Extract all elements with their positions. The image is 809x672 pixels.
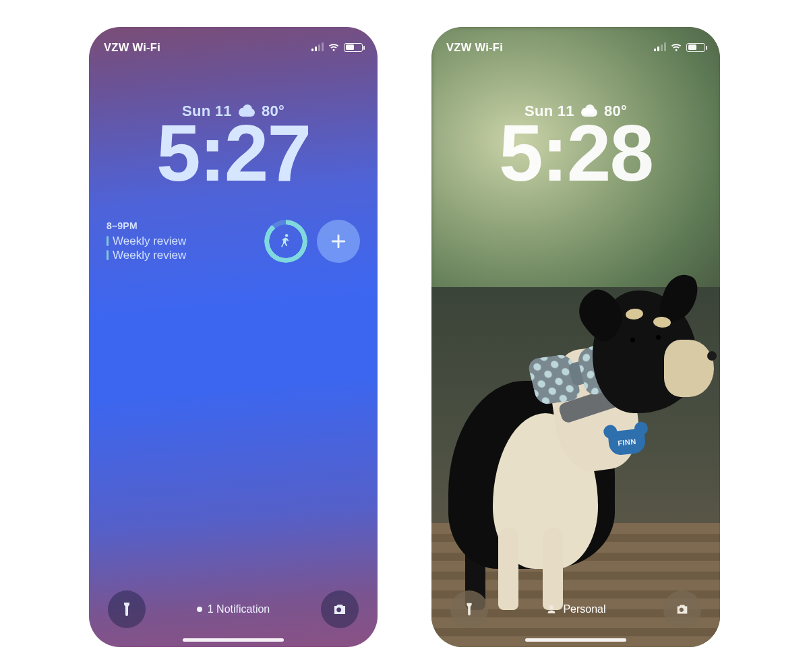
home-indicator[interactable] [183,638,284,642]
flashlight-button[interactable] [450,590,488,628]
carrier-label: VZW Wi-Fi [446,41,503,54]
focus-label: Personal [563,603,605,615]
bottom-actions: 1 Notification [108,590,359,628]
calendar-event: Weekly review [107,234,255,248]
dot-icon [197,607,202,612]
plus-icon [328,231,349,251]
status-icons [654,41,705,53]
flashlight-icon [462,602,477,617]
calendar-widget[interactable]: 8–9PM Weekly review Weekly review [107,220,255,262]
battery-icon [686,43,705,52]
event-title: Weekly review [113,248,186,262]
wifi-icon [328,41,340,53]
cellular-icon [311,43,324,51]
fitness-ring-widget[interactable] [264,220,307,263]
dog-tag: FINN [608,428,647,456]
calendar-event: Weekly review [107,248,255,262]
event-color-bar [107,250,109,260]
clock-time: 5:28 [431,113,720,193]
cellular-icon [654,43,666,51]
clock-time: 5:27 [89,113,378,193]
camera-icon [675,602,690,617]
flashlight-button[interactable] [108,590,146,628]
battery-icon [344,43,363,52]
status-bar: VZW Wi-Fi [89,38,378,57]
event-title: Weekly review [113,234,186,248]
svg-point-0 [285,234,288,237]
focus-indicator[interactable]: Personal [545,603,605,615]
carrier-label: VZW Wi-Fi [104,41,160,54]
home-indicator[interactable] [525,638,626,642]
status-bar: VZW Wi-Fi [431,38,720,57]
widget-row: 8–9PM Weekly review Weekly review [107,216,360,267]
pedestrian-icon [264,220,307,263]
bottom-actions: Personal [450,590,701,628]
camera-button[interactable] [321,590,359,628]
status-icons [311,41,363,53]
calendar-time-range: 8–9PM [107,220,255,233]
wifi-icon [670,41,682,53]
event-color-bar [107,236,109,246]
add-widget-button[interactable] [317,220,360,263]
lockscreen-gradient: VZW Wi-Fi Sun 11 80° 5:27 8–9PM Weekly r… [89,27,378,647]
flashlight-icon [119,601,135,617]
lockscreen-photo: FINN VZW Wi-Fi Sun 11 80° 5:28 [431,27,720,647]
notification-summary[interactable]: 1 Notification [197,603,270,615]
notification-text: 1 Notification [208,603,270,615]
person-icon [545,603,558,615]
camera-icon [332,601,348,617]
camera-button[interactable] [663,590,701,628]
